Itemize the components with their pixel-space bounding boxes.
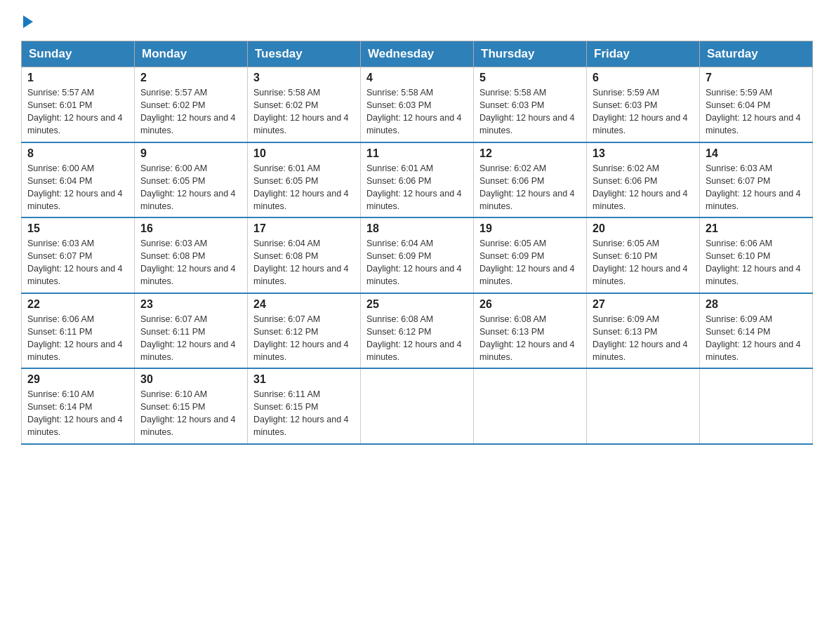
calendar-day-cell: 29 Sunrise: 6:10 AMSunset: 6:14 PMDaylig… bbox=[22, 368, 135, 444]
calendar-day-cell: 9 Sunrise: 6:00 AMSunset: 6:05 PMDayligh… bbox=[135, 142, 248, 218]
day-of-week-header: Monday bbox=[135, 41, 248, 67]
day-number: 23 bbox=[140, 298, 241, 311]
day-number: 15 bbox=[27, 222, 128, 235]
day-of-week-header: Saturday bbox=[700, 41, 813, 67]
calendar-day-cell: 24 Sunrise: 6:07 AMSunset: 6:12 PMDaylig… bbox=[248, 293, 361, 369]
day-number: 13 bbox=[593, 147, 694, 160]
day-info: Sunrise: 6:02 AMSunset: 6:06 PMDaylight:… bbox=[479, 162, 581, 213]
calendar-table: SundayMondayTuesdayWednesdayThursdayFrid… bbox=[21, 41, 813, 445]
calendar-week-row: 22 Sunrise: 6:06 AMSunset: 6:11 PMDaylig… bbox=[22, 293, 813, 369]
day-info: Sunrise: 6:01 AMSunset: 6:06 PMDaylight:… bbox=[366, 162, 468, 213]
calendar-day-cell: 30 Sunrise: 6:10 AMSunset: 6:15 PMDaylig… bbox=[135, 368, 248, 444]
day-info: Sunrise: 5:58 AMSunset: 6:02 PMDaylight:… bbox=[253, 86, 355, 137]
calendar-day-cell: 1 Sunrise: 5:57 AMSunset: 6:01 PMDayligh… bbox=[22, 67, 135, 142]
day-number: 1 bbox=[27, 72, 128, 84]
day-number: 2 bbox=[140, 72, 241, 84]
day-number: 7 bbox=[706, 72, 807, 84]
day-number: 31 bbox=[253, 373, 355, 386]
day-info: Sunrise: 5:59 AMSunset: 6:03 PMDaylight:… bbox=[593, 86, 694, 137]
day-info: Sunrise: 6:03 AMSunset: 6:08 PMDaylight:… bbox=[140, 237, 241, 288]
day-number: 21 bbox=[706, 222, 807, 235]
day-info: Sunrise: 6:09 AMSunset: 6:13 PMDaylight:… bbox=[593, 313, 694, 364]
day-number: 24 bbox=[253, 298, 355, 311]
day-number: 28 bbox=[706, 298, 807, 311]
day-info: Sunrise: 5:58 AMSunset: 6:03 PMDaylight:… bbox=[479, 86, 581, 137]
day-number: 22 bbox=[27, 298, 128, 311]
day-number: 29 bbox=[27, 373, 128, 386]
calendar-day-cell: 4 Sunrise: 5:58 AMSunset: 6:03 PMDayligh… bbox=[361, 67, 474, 142]
day-info: Sunrise: 5:58 AMSunset: 6:03 PMDaylight:… bbox=[366, 86, 468, 137]
calendar-day-cell bbox=[361, 368, 474, 444]
calendar-day-cell: 13 Sunrise: 6:02 AMSunset: 6:06 PMDaylig… bbox=[587, 142, 700, 218]
day-info: Sunrise: 6:08 AMSunset: 6:13 PMDaylight:… bbox=[479, 313, 581, 364]
calendar-day-cell: 3 Sunrise: 5:58 AMSunset: 6:02 PMDayligh… bbox=[248, 67, 361, 142]
day-info: Sunrise: 6:06 AMSunset: 6:11 PMDaylight:… bbox=[27, 313, 128, 364]
day-of-week-header: Sunday bbox=[22, 41, 135, 67]
day-info: Sunrise: 6:07 AMSunset: 6:12 PMDaylight:… bbox=[253, 313, 355, 364]
calendar-day-cell: 16 Sunrise: 6:03 AMSunset: 6:08 PMDaylig… bbox=[135, 217, 248, 293]
day-info: Sunrise: 6:00 AMSunset: 6:05 PMDaylight:… bbox=[140, 162, 241, 213]
day-info: Sunrise: 6:03 AMSunset: 6:07 PMDaylight:… bbox=[706, 162, 807, 213]
calendar-week-row: 8 Sunrise: 6:00 AMSunset: 6:04 PMDayligh… bbox=[22, 142, 813, 218]
day-number: 16 bbox=[140, 222, 241, 235]
day-number: 6 bbox=[593, 72, 694, 84]
calendar-day-cell: 2 Sunrise: 5:57 AMSunset: 6:02 PMDayligh… bbox=[135, 67, 248, 142]
day-of-week-header: Thursday bbox=[474, 41, 587, 67]
day-number: 5 bbox=[479, 72, 581, 84]
logo-top bbox=[21, 14, 33, 28]
day-of-week-header: Wednesday bbox=[361, 41, 474, 67]
calendar-week-row: 1 Sunrise: 5:57 AMSunset: 6:01 PMDayligh… bbox=[22, 67, 813, 142]
calendar-week-row: 29 Sunrise: 6:10 AMSunset: 6:14 PMDaylig… bbox=[22, 368, 813, 444]
day-info: Sunrise: 6:04 AMSunset: 6:08 PMDaylight:… bbox=[253, 237, 355, 288]
day-number: 3 bbox=[253, 72, 355, 84]
day-number: 20 bbox=[593, 222, 694, 235]
day-info: Sunrise: 6:11 AMSunset: 6:15 PMDaylight:… bbox=[253, 388, 355, 439]
day-info: Sunrise: 6:10 AMSunset: 6:14 PMDaylight:… bbox=[27, 388, 128, 439]
day-info: Sunrise: 6:07 AMSunset: 6:11 PMDaylight:… bbox=[140, 313, 241, 364]
calendar-day-cell: 8 Sunrise: 6:00 AMSunset: 6:04 PMDayligh… bbox=[22, 142, 135, 218]
calendar-day-cell: 21 Sunrise: 6:06 AMSunset: 6:10 PMDaylig… bbox=[700, 217, 813, 293]
calendar-day-cell: 25 Sunrise: 6:08 AMSunset: 6:12 PMDaylig… bbox=[361, 293, 474, 369]
day-info: Sunrise: 6:04 AMSunset: 6:09 PMDaylight:… bbox=[366, 237, 468, 288]
day-info: Sunrise: 6:09 AMSunset: 6:14 PMDaylight:… bbox=[706, 313, 807, 364]
calendar-day-cell: 10 Sunrise: 6:01 AMSunset: 6:05 PMDaylig… bbox=[248, 142, 361, 218]
day-number: 11 bbox=[366, 147, 468, 160]
day-number: 9 bbox=[140, 147, 241, 160]
day-number: 19 bbox=[479, 222, 581, 235]
calendar-day-cell: 27 Sunrise: 6:09 AMSunset: 6:13 PMDaylig… bbox=[587, 293, 700, 369]
calendar-day-cell: 19 Sunrise: 6:05 AMSunset: 6:09 PMDaylig… bbox=[474, 217, 587, 293]
day-info: Sunrise: 6:05 AMSunset: 6:09 PMDaylight:… bbox=[479, 237, 581, 288]
page-header bbox=[21, 14, 813, 27]
day-info: Sunrise: 5:59 AMSunset: 6:04 PMDaylight:… bbox=[706, 86, 807, 137]
day-info: Sunrise: 6:08 AMSunset: 6:12 PMDaylight:… bbox=[366, 313, 468, 364]
day-of-week-header: Friday bbox=[587, 41, 700, 67]
calendar-day-cell: 26 Sunrise: 6:08 AMSunset: 6:13 PMDaylig… bbox=[474, 293, 587, 369]
day-number: 17 bbox=[253, 222, 355, 235]
calendar-day-cell: 5 Sunrise: 5:58 AMSunset: 6:03 PMDayligh… bbox=[474, 67, 587, 142]
calendar-day-cell: 18 Sunrise: 6:04 AMSunset: 6:09 PMDaylig… bbox=[361, 217, 474, 293]
day-info: Sunrise: 6:10 AMSunset: 6:15 PMDaylight:… bbox=[140, 388, 241, 439]
calendar-day-cell: 20 Sunrise: 6:05 AMSunset: 6:10 PMDaylig… bbox=[587, 217, 700, 293]
day-info: Sunrise: 6:00 AMSunset: 6:04 PMDaylight:… bbox=[27, 162, 128, 213]
logo bbox=[21, 14, 33, 27]
calendar-day-cell: 31 Sunrise: 6:11 AMSunset: 6:15 PMDaylig… bbox=[248, 368, 361, 444]
calendar-day-cell bbox=[474, 368, 587, 444]
calendar-day-cell: 14 Sunrise: 6:03 AMSunset: 6:07 PMDaylig… bbox=[700, 142, 813, 218]
calendar-day-cell: 22 Sunrise: 6:06 AMSunset: 6:11 PMDaylig… bbox=[22, 293, 135, 369]
day-info: Sunrise: 5:57 AMSunset: 6:01 PMDaylight:… bbox=[27, 86, 128, 137]
calendar-week-row: 15 Sunrise: 6:03 AMSunset: 6:07 PMDaylig… bbox=[22, 217, 813, 293]
day-info: Sunrise: 6:01 AMSunset: 6:05 PMDaylight:… bbox=[253, 162, 355, 213]
day-info: Sunrise: 6:05 AMSunset: 6:10 PMDaylight:… bbox=[593, 237, 694, 288]
day-info: Sunrise: 6:06 AMSunset: 6:10 PMDaylight:… bbox=[706, 237, 807, 288]
calendar-header-row: SundayMondayTuesdayWednesdayThursdayFrid… bbox=[22, 41, 813, 67]
day-of-week-header: Tuesday bbox=[248, 41, 361, 67]
day-number: 4 bbox=[366, 72, 468, 84]
calendar-day-cell: 15 Sunrise: 6:03 AMSunset: 6:07 PMDaylig… bbox=[22, 217, 135, 293]
calendar-day-cell: 7 Sunrise: 5:59 AMSunset: 6:04 PMDayligh… bbox=[700, 67, 813, 142]
calendar-day-cell: 23 Sunrise: 6:07 AMSunset: 6:11 PMDaylig… bbox=[135, 293, 248, 369]
calendar-day-cell bbox=[700, 368, 813, 444]
day-number: 26 bbox=[479, 298, 581, 311]
day-number: 25 bbox=[366, 298, 468, 311]
calendar-day-cell: 11 Sunrise: 6:01 AMSunset: 6:06 PMDaylig… bbox=[361, 142, 474, 218]
day-number: 18 bbox=[366, 222, 468, 235]
